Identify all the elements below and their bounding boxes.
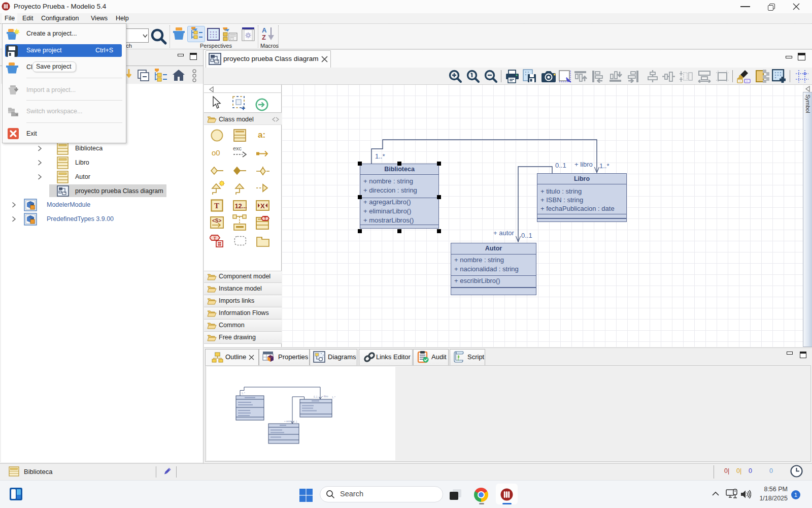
svg-text:X: X [260, 202, 265, 210]
svg-text:+ autor: + autor [284, 420, 292, 423]
svg-text:1..*: 1..* [332, 396, 335, 399]
svg-text:+ libro: + libro [322, 395, 328, 398]
svg-text:A: A [262, 26, 267, 34]
svg-text:Z: Z [262, 34, 266, 41]
svg-text:<S>: <S> [212, 218, 222, 224]
svg-text:1..*: 1..* [242, 392, 245, 395]
svg-text:T: T [213, 236, 216, 241]
svg-text:T: T [214, 202, 219, 210]
svg-text:12...: 12... [234, 202, 247, 210]
svg-text:0..1: 0..1 [314, 396, 318, 398]
svg-text:T: T [264, 216, 267, 221]
svg-text:0..1: 0..1 [293, 421, 297, 423]
